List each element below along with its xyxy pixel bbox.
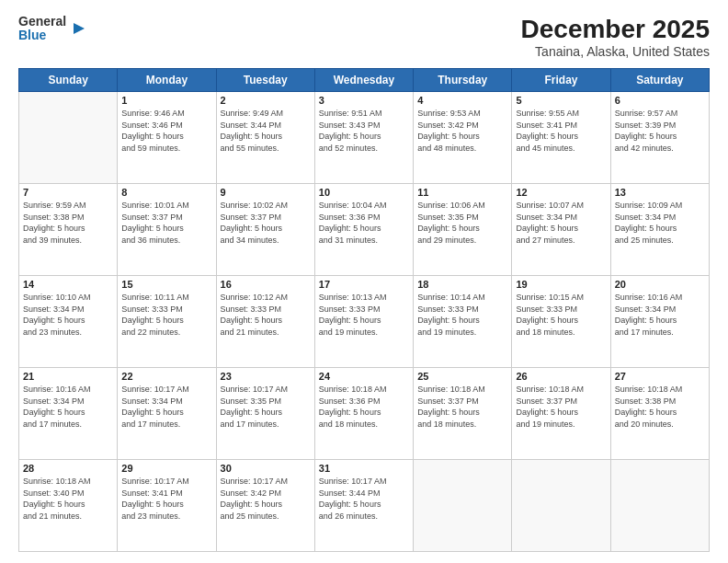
day-info: Sunrise: 10:18 AM Sunset: 3:38 PM Daylig… [615,384,705,430]
logo: General Blue [18,15,88,43]
day-number: 12 [516,187,606,198]
day-number: 31 [319,463,409,474]
day-number: 15 [121,279,211,290]
day-info: Sunrise: 10:18 AM Sunset: 3:37 PM Daylig… [516,384,606,430]
svg-marker-0 [74,23,85,34]
logo-general: General [18,15,66,29]
header-tuesday: Tuesday [216,69,314,92]
day-number: 6 [615,95,705,106]
day-number: 19 [516,279,606,290]
day-number: 18 [417,279,507,290]
header-wednesday: Wednesday [314,69,413,92]
day-info: Sunrise: 10:15 AM Sunset: 3:33 PM Daylig… [516,292,606,338]
day-info: Sunrise: 10:11 AM Sunset: 3:33 PM Daylig… [121,292,211,338]
calendar-cell [19,92,118,184]
calendar-cell: 20Sunrise: 10:16 AM Sunset: 3:34 PM Dayl… [610,276,709,368]
day-info: Sunrise: 10:01 AM Sunset: 3:37 PM Daylig… [121,200,211,246]
header: General Blue December 2025 Tanaina, Alas… [18,15,710,59]
day-info: Sunrise: 10:06 AM Sunset: 3:35 PM Daylig… [417,200,507,246]
day-number: 30 [221,463,311,474]
calendar-cell: 9Sunrise: 10:02 AM Sunset: 3:37 PM Dayli… [216,184,314,276]
day-info: Sunrise: 10:04 AM Sunset: 3:36 PM Daylig… [319,200,409,246]
calendar-cell: 1Sunrise: 9:46 AM Sunset: 3:46 PM Daylig… [118,92,216,184]
logo-arrow-icon [70,19,88,38]
calendar-table: SundayMondayTuesdayWednesdayThursdayFrid… [18,68,710,552]
calendar-cell: 19Sunrise: 10:15 AM Sunset: 3:33 PM Dayl… [512,276,610,368]
day-info: Sunrise: 10:18 AM Sunset: 3:37 PM Daylig… [417,384,507,430]
day-number: 1 [121,95,211,106]
header-monday: Monday [118,69,216,92]
day-info: Sunrise: 10:17 AM Sunset: 3:34 PM Daylig… [121,384,211,430]
day-info: Sunrise: 10:02 AM Sunset: 3:37 PM Daylig… [221,200,311,246]
day-number: 20 [615,279,705,290]
day-info: Sunrise: 10:18 AM Sunset: 3:40 PM Daylig… [23,476,113,522]
day-info: Sunrise: 10:13 AM Sunset: 3:33 PM Daylig… [319,292,409,338]
header-thursday: Thursday [414,69,512,92]
calendar-cell: 31Sunrise: 10:17 AM Sunset: 3:44 PM Dayl… [314,460,413,552]
calendar-cell: 21Sunrise: 10:16 AM Sunset: 3:34 PM Dayl… [19,368,118,460]
calendar-cell: 28Sunrise: 10:18 AM Sunset: 3:40 PM Dayl… [19,460,118,552]
day-number: 13 [615,187,705,198]
week-row-2: 7Sunrise: 9:59 AM Sunset: 3:38 PM Daylig… [19,184,710,276]
day-number: 11 [417,187,507,198]
day-number: 8 [121,187,211,198]
calendar-cell: 29Sunrise: 10:17 AM Sunset: 3:41 PM Dayl… [118,460,216,552]
header-saturday: Saturday [610,69,709,92]
day-number: 17 [319,279,409,290]
calendar-cell: 23Sunrise: 10:17 AM Sunset: 3:35 PM Dayl… [216,368,314,460]
day-number: 22 [121,371,211,382]
header-sunday: Sunday [19,69,118,92]
day-number: 26 [516,371,606,382]
day-info: Sunrise: 9:53 AM Sunset: 3:42 PM Dayligh… [417,108,507,154]
header-friday: Friday [512,69,610,92]
calendar-cell: 5Sunrise: 9:55 AM Sunset: 3:41 PM Daylig… [512,92,610,184]
day-info: Sunrise: 10:17 AM Sunset: 3:41 PM Daylig… [121,476,211,522]
title-block: December 2025 Tanaina, Alaska, United St… [521,15,710,59]
logo-blue: Blue [18,29,66,42]
calendar-cell: 8Sunrise: 10:01 AM Sunset: 3:37 PM Dayli… [118,184,216,276]
day-number: 28 [23,463,113,474]
calendar-cell: 7Sunrise: 9:59 AM Sunset: 3:38 PM Daylig… [19,184,118,276]
day-info: Sunrise: 10:14 AM Sunset: 3:33 PM Daylig… [417,292,507,338]
calendar-cell: 4Sunrise: 9:53 AM Sunset: 3:42 PM Daylig… [414,92,512,184]
page: General Blue December 2025 Tanaina, Alas… [0,0,728,563]
day-info: Sunrise: 10:17 AM Sunset: 3:42 PM Daylig… [221,476,311,522]
calendar-cell: 11Sunrise: 10:06 AM Sunset: 3:35 PM Dayl… [414,184,512,276]
day-info: Sunrise: 10:16 AM Sunset: 3:34 PM Daylig… [23,384,113,430]
calendar-cell: 2Sunrise: 9:49 AM Sunset: 3:44 PM Daylig… [216,92,314,184]
day-info: Sunrise: 10:12 AM Sunset: 3:33 PM Daylig… [221,292,311,338]
day-number: 27 [615,371,705,382]
calendar-cell: 24Sunrise: 10:18 AM Sunset: 3:36 PM Dayl… [314,368,413,460]
calendar-cell: 27Sunrise: 10:18 AM Sunset: 3:38 PM Dayl… [610,368,709,460]
day-number: 3 [319,95,409,106]
day-info: Sunrise: 10:10 AM Sunset: 3:34 PM Daylig… [23,292,113,338]
day-number: 29 [121,463,211,474]
calendar-cell: 22Sunrise: 10:17 AM Sunset: 3:34 PM Dayl… [118,368,216,460]
week-row-3: 14Sunrise: 10:10 AM Sunset: 3:34 PM Dayl… [19,276,710,368]
day-number: 14 [23,279,113,290]
calendar-cell: 16Sunrise: 10:12 AM Sunset: 3:33 PM Dayl… [216,276,314,368]
day-number: 21 [23,371,113,382]
calendar-cell: 18Sunrise: 10:14 AM Sunset: 3:33 PM Dayl… [414,276,512,368]
day-info: Sunrise: 9:49 AM Sunset: 3:44 PM Dayligh… [221,108,311,154]
calendar-header-row: SundayMondayTuesdayWednesdayThursdayFrid… [19,69,710,92]
day-info: Sunrise: 10:16 AM Sunset: 3:34 PM Daylig… [615,292,705,338]
page-subtitle: Tanaina, Alaska, United States [521,44,710,59]
day-number: 24 [319,371,409,382]
calendar-cell: 25Sunrise: 10:18 AM Sunset: 3:37 PM Dayl… [414,368,512,460]
calendar-cell: 15Sunrise: 10:11 AM Sunset: 3:33 PM Dayl… [118,276,216,368]
day-info: Sunrise: 9:57 AM Sunset: 3:39 PM Dayligh… [615,108,705,154]
day-number: 25 [417,371,507,382]
day-number: 7 [23,187,113,198]
day-number: 9 [221,187,311,198]
week-row-5: 28Sunrise: 10:18 AM Sunset: 3:40 PM Dayl… [19,460,710,552]
calendar-cell: 17Sunrise: 10:13 AM Sunset: 3:33 PM Dayl… [314,276,413,368]
calendar-cell [512,460,610,552]
day-number: 2 [221,95,311,106]
day-number: 10 [319,187,409,198]
calendar-cell: 10Sunrise: 10:04 AM Sunset: 3:36 PM Dayl… [314,184,413,276]
calendar-cell: 14Sunrise: 10:10 AM Sunset: 3:34 PM Dayl… [19,276,118,368]
day-info: Sunrise: 10:09 AM Sunset: 3:34 PM Daylig… [615,200,705,246]
day-number: 4 [417,95,507,106]
week-row-4: 21Sunrise: 10:16 AM Sunset: 3:34 PM Dayl… [19,368,710,460]
